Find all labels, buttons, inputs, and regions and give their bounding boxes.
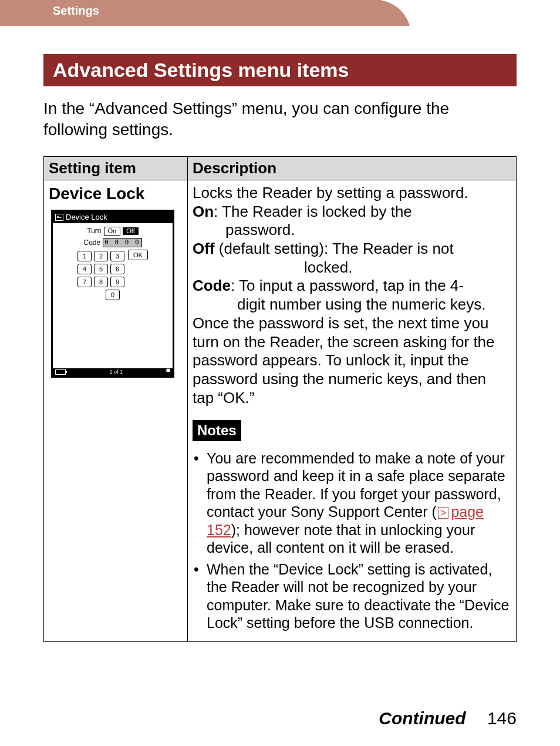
page-title: Advanced Settings menu items bbox=[53, 59, 349, 81]
key-6: 6 bbox=[110, 264, 124, 274]
key-8: 8 bbox=[94, 277, 108, 287]
keypad: 1 2 3 4 5 6 7 8 9 bbox=[77, 251, 124, 287]
desc-on-2: password. bbox=[193, 221, 511, 240]
key-7: 7 bbox=[77, 277, 92, 287]
signal-icon: ▀ bbox=[167, 369, 170, 375]
page-number: 146 bbox=[487, 708, 517, 728]
settings-table: Setting item Description Device Lock ⌳ D… bbox=[43, 156, 517, 642]
ok-button: OK bbox=[128, 250, 148, 260]
turn-off-option: Off bbox=[123, 227, 138, 235]
desc-line1: Locks the Reader by setting a password. bbox=[193, 184, 511, 203]
intro-text: In the “Advanced Settings” menu, you can… bbox=[43, 98, 517, 141]
desc-code-2: digit number using the numeric keys. bbox=[193, 295, 511, 314]
page-title-banner: Advanced Settings menu items bbox=[43, 54, 517, 86]
section-label: Settings bbox=[53, 4, 99, 17]
col-header-setting: Setting item bbox=[44, 156, 188, 180]
code-value: 0 0 0 0 bbox=[103, 238, 141, 247]
notes-label: Notes bbox=[193, 420, 241, 441]
mini-footer: 1 of 1 ▀ bbox=[53, 368, 173, 376]
key-1: 1 bbox=[77, 251, 92, 261]
key-4: 4 bbox=[77, 264, 92, 274]
desc-code: Code: To input a password, tap in the 4- bbox=[193, 277, 511, 295]
desc-off: Off (default setting): The Reader is not bbox=[193, 240, 511, 258]
key-2: 2 bbox=[94, 251, 108, 261]
turn-on-option: On bbox=[104, 227, 121, 236]
code-label: Code bbox=[83, 238, 100, 247]
section-tab: Settings bbox=[0, 0, 382, 26]
mini-title: Device Lock bbox=[66, 213, 107, 222]
back-icon: ⌳ bbox=[55, 214, 63, 221]
col-header-description: Description bbox=[188, 156, 517, 180]
key-5: 5 bbox=[94, 264, 108, 274]
desc-tail: Once the password is set, the next time … bbox=[193, 314, 511, 408]
setting-name: Device Lock bbox=[49, 184, 183, 204]
page-indicator: 1 of 1 bbox=[110, 369, 123, 375]
key-0: 0 bbox=[106, 290, 120, 300]
continued-label: Continued bbox=[379, 708, 465, 728]
page-footer: Continued 146 bbox=[379, 708, 517, 728]
desc-off-2: locked. bbox=[193, 258, 511, 277]
key-9: 9 bbox=[110, 277, 124, 287]
mini-titlebar: ⌳ Device Lock bbox=[53, 211, 173, 223]
tab-curve-decoration bbox=[376, 0, 411, 26]
key-3: 3 bbox=[110, 251, 124, 261]
device-lock-screenshot: ⌳ Device Lock Turn On Off Code 0 0 bbox=[51, 210, 174, 378]
battery-icon bbox=[55, 369, 66, 375]
note-2: When the “Device Lock” setting is activa… bbox=[193, 560, 511, 632]
turn-label: Turn bbox=[87, 227, 101, 236]
notes-list: You are recommended to make a note of yo… bbox=[193, 449, 511, 632]
desc-on: On: The Reader is locked by the bbox=[193, 203, 511, 221]
note-1: You are recommended to make a note of yo… bbox=[193, 449, 511, 557]
table-row: Device Lock ⌳ Device Lock Turn On Off bbox=[44, 180, 517, 641]
page-ref-icon[interactable]: > bbox=[438, 507, 449, 519]
